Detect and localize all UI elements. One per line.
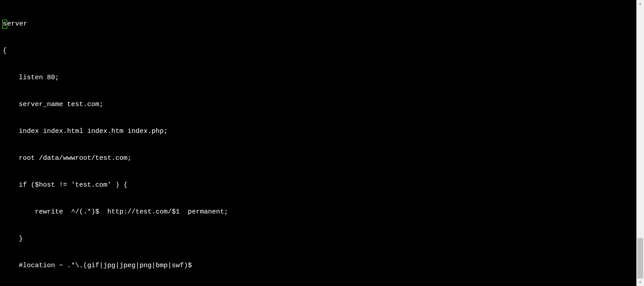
terminal-editor[interactable]: server { listen 80; server_name test.com…: [0, 0, 636, 286]
scroll-down-button[interactable]: ▾: [636, 278, 644, 286]
code-line: server_name test.com;: [3, 100, 636, 109]
scroll-track[interactable]: [636, 8, 644, 278]
code-line: if ($host != 'test.com' ) {: [3, 181, 636, 190]
code-line: {: [3, 47, 636, 55]
code-line: rewrite ^/(.*)$ http://test.com/$1 perma…: [3, 208, 636, 217]
code-line: listen 80;: [3, 73, 636, 82]
scroll-thumb[interactable]: [637, 238, 643, 278]
chevron-up-icon: ▴: [639, 0, 641, 9]
code-line: }: [3, 235, 636, 243]
vertical-scrollbar[interactable]: ▴ ▾: [636, 0, 644, 286]
code-line: root /data/wwwroot/test.com;: [3, 154, 636, 163]
scroll-up-button[interactable]: ▴: [636, 0, 644, 8]
cursor: s: [2, 20, 7, 29]
code-line: index index.html index.htm index.php;: [3, 127, 636, 136]
chevron-down-icon: ▾: [639, 278, 641, 286]
code-text: erver: [7, 20, 27, 28]
code-line-first: server: [3, 20, 636, 29]
code-line: #location ~ .*\.(gif|jpg|jpeg|png|bmp|sw…: [3, 261, 636, 270]
